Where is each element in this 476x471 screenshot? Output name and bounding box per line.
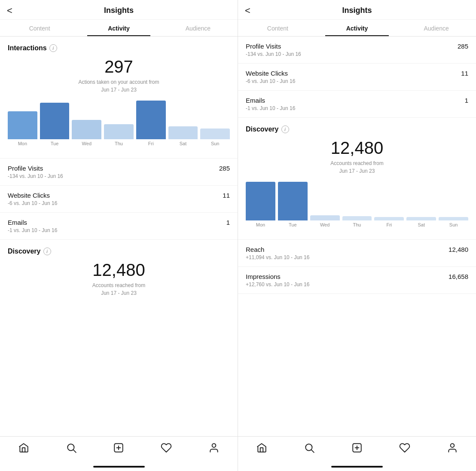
left-interactions-info-icon[interactable]: i — [49, 44, 57, 52]
right-nav-add[interactable] — [351, 442, 363, 454]
svg-point-11 — [450, 443, 454, 447]
left-website-clicks-sub: -6 vs. Jun 10 - Jun 16 — [8, 200, 230, 206]
left-nav-home[interactable] — [18, 442, 30, 454]
bar-column — [439, 182, 468, 220]
bar — [72, 120, 101, 139]
right-profile-visits-value: 285 — [458, 43, 468, 50]
left-tab-activity[interactable]: Activity — [79, 20, 158, 36]
right-emails-sub: -1 vs. Jun 10 - Jun 16 — [246, 105, 468, 111]
bar-label: Fri — [136, 141, 166, 146]
right-reach-value: 12,480 — [449, 246, 468, 253]
left-nav-search[interactable] — [65, 442, 77, 454]
left-interactions-header: Interactions i — [8, 44, 230, 52]
bar-label: Thu — [104, 141, 134, 146]
right-home-bar — [331, 466, 383, 468]
right-emails-value: 1 — [465, 97, 468, 104]
bar — [278, 182, 308, 220]
right-nav-search[interactable] — [303, 442, 315, 454]
bar-label: Sat — [406, 222, 436, 227]
bar-label: Fri — [374, 222, 404, 227]
svg-line-7 — [311, 450, 314, 453]
left-emails-value: 1 — [226, 219, 230, 226]
right-tab-audience[interactable]: Audience — [397, 20, 476, 36]
bar-column — [168, 101, 198, 139]
bar — [342, 216, 372, 220]
right-reach-name: Reach — [246, 246, 264, 253]
left-interactions-number: 297 — [8, 57, 230, 76]
right-discovery-section: Discovery i 12,480 Accounts reached from… — [238, 118, 476, 175]
left-interactions-section: Interactions i 297 Actions taken on your… — [0, 37, 238, 94]
right-bottom-nav — [238, 436, 476, 462]
left-nav-heart[interactable] — [160, 442, 172, 454]
bar-column — [278, 182, 308, 220]
right-nav-home[interactable] — [256, 442, 268, 454]
left-tabs: Content Activity Audience — [0, 20, 238, 37]
right-impressions-name: Impressions — [246, 273, 281, 280]
left-interactions-title: Interactions — [8, 44, 47, 52]
bar-label: Wed — [72, 141, 101, 146]
left-back-button[interactable]: < — [7, 5, 12, 16]
left-discovery-header: Discovery i — [8, 248, 230, 255]
right-home-indicator — [238, 462, 476, 471]
right-website-clicks-value: 11 — [461, 70, 468, 77]
bar-label: Wed — [310, 222, 340, 227]
bar — [168, 126, 198, 139]
bar-label: Thu — [342, 222, 372, 227]
right-reach-sub: +11,094 vs. Jun 10 - Jun 16 — [246, 254, 468, 260]
bar-label: Sun — [200, 141, 230, 146]
left-bar-chart — [8, 101, 230, 139]
left-nav-add[interactable] — [113, 442, 125, 454]
left-nav-profile[interactable] — [208, 442, 220, 454]
bar — [439, 217, 468, 220]
right-discovery-header: Discovery i — [246, 125, 468, 133]
right-tab-content[interactable]: Content — [238, 20, 317, 36]
right-profile-visits: Profile Visits 285 -134 vs. Jun 10 - Jun… — [238, 37, 476, 64]
bar-column — [8, 101, 37, 139]
bar — [310, 215, 340, 220]
left-discovery-number: 12,480 — [8, 260, 230, 280]
left-discovery-sub: Accounts reached fromJun 17 - Jun 23 — [8, 281, 230, 297]
bar-label: Tue — [40, 141, 70, 146]
svg-line-1 — [73, 450, 76, 453]
right-back-button[interactable]: < — [245, 5, 250, 16]
left-emails-name: Emails — [8, 219, 27, 226]
left-emails-sub: -1 vs. Jun 10 - Jun 16 — [8, 227, 230, 233]
right-discovery-number: 12,480 — [246, 138, 468, 158]
left-tab-audience[interactable]: Audience — [159, 20, 238, 36]
bar-column — [200, 101, 230, 139]
right-tab-activity[interactable]: Activity — [317, 20, 397, 36]
bar-column — [40, 101, 70, 139]
left-discovery-title: Discovery — [8, 248, 41, 255]
right-bar-chart — [246, 182, 468, 220]
left-tab-content[interactable]: Content — [0, 20, 79, 36]
right-impressions-sub: +12,760 vs. Jun 10 - Jun 16 — [246, 281, 468, 287]
left-website-clicks: Website Clicks 11 -6 vs. Jun 10 - Jun 16 — [0, 186, 238, 213]
right-reach: Reach 12,480 +11,094 vs. Jun 10 - Jun 16 — [238, 240, 476, 267]
bar-column — [342, 182, 372, 220]
right-phone: < Insights Content Activity Audience Pro… — [238, 0, 476, 471]
right-content: Profile Visits 285 -134 vs. Jun 10 - Jun… — [238, 37, 476, 436]
left-profile-visits-sub: -134 vs. Jun 10 - Jun 16 — [8, 173, 230, 179]
left-profile-visits-value: 285 — [219, 165, 230, 172]
left-discovery-info-icon[interactable]: i — [43, 248, 51, 255]
left-interactions-sub: Actions taken on your account fromJun 17… — [8, 78, 230, 94]
right-nav-heart[interactable] — [399, 442, 411, 454]
left-header: < Insights — [0, 0, 238, 20]
bar-label: Mon — [8, 141, 37, 146]
bar-label: Tue — [278, 222, 308, 227]
right-profile-visits-sub: -134 vs. Jun 10 - Jun 16 — [246, 51, 468, 57]
bar-column — [136, 101, 166, 139]
left-phone: < Insights Content Activity Audience Int… — [0, 0, 238, 471]
left-website-clicks-value: 11 — [223, 192, 230, 199]
right-emails-name: Emails — [246, 97, 265, 104]
bar-label: Sun — [439, 222, 468, 227]
bar — [40, 103, 70, 139]
bar-column — [72, 101, 101, 139]
right-nav-profile[interactable] — [446, 442, 458, 454]
left-discovery-section: Discovery i 12,480 Accounts reached from… — [0, 240, 238, 297]
left-bottom-nav — [0, 436, 238, 462]
bar-column — [374, 182, 404, 220]
bar-column — [246, 182, 275, 220]
right-discovery-info-icon[interactable]: i — [281, 125, 289, 133]
right-discovery-sub: Accounts reached fromJun 17 - Jun 23 — [246, 159, 468, 175]
